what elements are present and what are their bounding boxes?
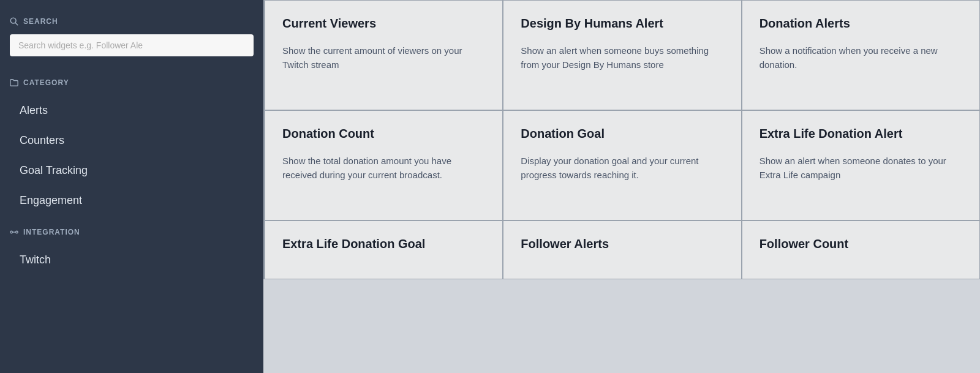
card-extra-life-donation-goal[interactable]: Extra Life Donation Goal	[265, 220, 503, 279]
search-input[interactable]	[10, 34, 254, 56]
sidebar: SEARCH CATEGORY Alerts Counters Goal Tra…	[0, 0, 263, 373]
sidebar-item-goal-tracking[interactable]: Goal Tracking	[10, 156, 254, 186]
folder-icon	[10, 78, 18, 87]
widget-grid: Current Viewers Show the current amount …	[263, 0, 980, 279]
card-follower-alerts[interactable]: Follower Alerts	[503, 220, 741, 279]
card-title: Extra Life Donation Alert	[760, 126, 962, 141]
sidebar-item-engagement[interactable]: Engagement	[10, 186, 254, 216]
sidebar-item-alerts[interactable]: Alerts	[10, 96, 254, 126]
card-description: Show a notification when you receive a n…	[760, 43, 962, 72]
card-donation-count[interactable]: Donation Count Show the total donation a…	[265, 110, 503, 220]
card-description: Show the current amount of viewers on yo…	[282, 43, 485, 72]
card-description: Display your donation goal and your curr…	[521, 154, 723, 183]
integration-icon	[10, 228, 18, 236]
sidebar-item-counters[interactable]: Counters	[10, 126, 254, 156]
card-title: Follower Alerts	[521, 236, 723, 252]
card-extra-life-donation-alert[interactable]: Extra Life Donation Alert Show an alert …	[742, 110, 980, 220]
card-description: Show an alert when someone donates to yo…	[760, 154, 962, 183]
sidebar-item-twitch[interactable]: Twitch	[10, 245, 254, 275]
card-title: Follower Count	[760, 236, 962, 252]
card-design-by-humans-alert[interactable]: Design By Humans Alert Show an alert whe…	[503, 0, 741, 110]
card-title: Extra Life Donation Goal	[282, 236, 485, 252]
card-title: Donation Count	[282, 126, 485, 141]
category-section-label: CATEGORY	[10, 78, 254, 87]
svg-line-1	[15, 23, 18, 25]
integration-section-label: INTEGRATION	[10, 228, 254, 236]
card-follower-count[interactable]: Follower Count	[742, 220, 980, 279]
card-current-viewers[interactable]: Current Viewers Show the current amount …	[265, 0, 503, 110]
search-icon	[10, 17, 18, 26]
search-section-label: SEARCH	[10, 17, 254, 26]
card-title: Design By Humans Alert	[521, 15, 723, 31]
card-donation-goal[interactable]: Donation Goal Display your donation goal…	[503, 110, 741, 220]
svg-point-2	[10, 231, 13, 233]
sidebar-scroll: SEARCH CATEGORY Alerts Counters Goal Tra…	[0, 0, 263, 373]
card-description: Show an alert when someone buys somethin…	[521, 43, 723, 72]
integration-section: INTEGRATION Twitch	[10, 228, 254, 275]
svg-point-3	[16, 231, 18, 233]
card-description: Show the total donation amount you have …	[282, 154, 485, 183]
card-donation-alerts[interactable]: Donation Alerts Show a notification when…	[742, 0, 980, 110]
card-title: Donation Alerts	[760, 15, 962, 31]
category-nav: Alerts Counters Goal Tracking Engagement	[10, 96, 254, 216]
card-title: Current Viewers	[282, 15, 485, 31]
card-title: Donation Goal	[521, 126, 723, 141]
main-content: Current Viewers Show the current amount …	[263, 0, 980, 373]
